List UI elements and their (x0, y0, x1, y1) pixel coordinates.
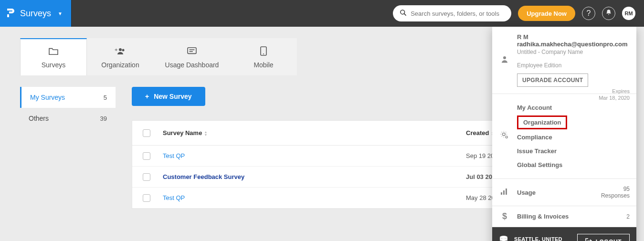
svg-point-11 (502, 133, 505, 136)
brand-logo-icon (6, 8, 15, 19)
sort-icon: ▲▼ (204, 131, 207, 136)
svg-rect-13 (501, 192, 502, 195)
folder-count: 39 (100, 115, 107, 122)
upgrade-now-button[interactable]: Upgrade Now (518, 6, 575, 21)
usage-section[interactable]: Usage 95 Responses (492, 179, 636, 206)
profile-edition: Employee Edition (517, 62, 630, 69)
billing-section[interactable]: $ Billing & Invoices 2 (492, 206, 636, 227)
tab-surveys[interactable]: Surveys (20, 38, 87, 75)
billing-label: Billing & Invoices (517, 213, 569, 220)
divider (71, 0, 72, 27)
folder-label: My Surveys (30, 94, 65, 101)
svg-point-12 (506, 136, 507, 138)
caret-down-icon: ▼ (58, 11, 63, 16)
bars-icon (500, 188, 509, 198)
folder-others[interactable]: Others 39 (20, 108, 116, 129)
folder-icon (48, 46, 59, 56)
billing-count: 2 (626, 213, 630, 220)
svg-point-9 (263, 53, 264, 54)
usage-count: 95 (601, 186, 630, 192)
expiry-info: Expires Mar 18, 2020 (599, 88, 630, 101)
search-input[interactable] (411, 10, 505, 17)
usage-sub: Responses (601, 192, 630, 199)
usage-label: Usage (517, 189, 536, 196)
svg-point-3 (119, 48, 122, 51)
profile-email: radhika.makhecha@questionpro.com (517, 41, 630, 48)
new-survey-button[interactable]: + New Survey (132, 87, 205, 106)
user-icon (500, 55, 509, 66)
help-button[interactable]: ? (582, 7, 595, 20)
bell-icon (605, 9, 612, 18)
svg-point-4 (122, 49, 125, 52)
tab-label: Organization (101, 61, 139, 69)
add-user-icon: + (115, 46, 126, 56)
header-created-label: Created (466, 129, 489, 136)
tab-organization[interactable]: + Organization (87, 38, 154, 75)
row-checkbox[interactable] (143, 152, 150, 160)
tab-mobile[interactable]: Mobile (230, 38, 297, 75)
svg-rect-15 (506, 189, 507, 195)
search-icon (400, 9, 407, 18)
logout-icon (585, 238, 592, 241)
svg-line-1 (404, 13, 406, 15)
folder-label: Others (29, 115, 49, 122)
upgrade-account-button[interactable]: UPGRADE ACCOUNT (517, 73, 588, 87)
menu-global-settings[interactable]: Global Settings (517, 158, 630, 172)
tab-label: Mobile (253, 61, 273, 69)
svg-point-10 (503, 56, 506, 59)
header-name[interactable]: Survey Name▲▼ (161, 129, 466, 136)
row-checkbox[interactable] (143, 173, 150, 181)
folder-list: My Surveys 5 Others 39 (20, 87, 116, 209)
notifications-button[interactable] (602, 7, 615, 20)
menu-my-account[interactable]: My Account (517, 101, 630, 115)
logout-label: LOGOUT (596, 239, 622, 241)
expires-label: Expires (599, 88, 630, 94)
search-box[interactable] (393, 5, 511, 21)
top-header: Surveys ▼ Upgrade Now ? RM (0, 0, 644, 27)
tab-label: Surveys (42, 61, 66, 69)
svg-rect-5 (188, 48, 196, 54)
new-survey-label: New Survey (154, 93, 191, 100)
profile-info-section: R M radhika.makhecha@questionpro.com Unt… (492, 27, 636, 94)
question-icon: ? (587, 9, 591, 18)
folder-my-surveys[interactable]: My Surveys 5 (20, 87, 116, 108)
header-name-label: Survey Name (163, 129, 202, 136)
profile-name: R M (517, 33, 630, 41)
mobile-icon (260, 46, 267, 56)
svg-point-16 (500, 236, 507, 239)
tab-usage-dashboard[interactable]: Usage Dashboard (154, 38, 230, 75)
profile-dropdown: R M radhika.makhecha@questionpro.com Unt… (492, 27, 636, 241)
profile-subtitle: Untitled - Company Name (517, 49, 630, 55)
header-right: Upgrade Now ? RM (393, 5, 644, 21)
survey-link[interactable]: Test QP (163, 194, 185, 201)
survey-link[interactable]: Customer Feedback Survey (163, 173, 244, 180)
profile-footer: SEATTLE, UNITED STATES LOGOUT (492, 227, 636, 241)
gear-icon (500, 130, 509, 142)
row-checkbox[interactable] (143, 194, 150, 202)
brand-title: Surveys (20, 9, 51, 19)
folder-count: 5 (104, 94, 107, 101)
svg-text:+: + (115, 47, 117, 52)
select-all-checkbox[interactable] (143, 129, 150, 137)
tab-label: Usage Dashboard (165, 61, 219, 69)
dollar-icon: $ (502, 211, 507, 221)
menu-organization[interactable]: Organization (517, 115, 567, 129)
survey-link[interactable]: Test QP (163, 152, 185, 159)
settings-section: My Account Organization Compliance Issue… (492, 94, 636, 179)
plus-icon: + (145, 93, 149, 100)
logout-button[interactable]: LOGOUT (577, 234, 630, 241)
chat-icon (187, 46, 197, 56)
brand-tab[interactable]: Surveys ▼ (0, 0, 71, 27)
location-label: SEATTLE, UNITED STATES (514, 236, 571, 241)
avatar-chip[interactable]: RM (622, 7, 635, 20)
database-icon (499, 235, 508, 241)
expires-date: Mar 18, 2020 (599, 94, 630, 101)
menu-issue-tracker[interactable]: Issue Tracker (517, 144, 630, 158)
svg-rect-14 (503, 190, 505, 195)
menu-compliance[interactable]: Compliance (517, 130, 630, 144)
